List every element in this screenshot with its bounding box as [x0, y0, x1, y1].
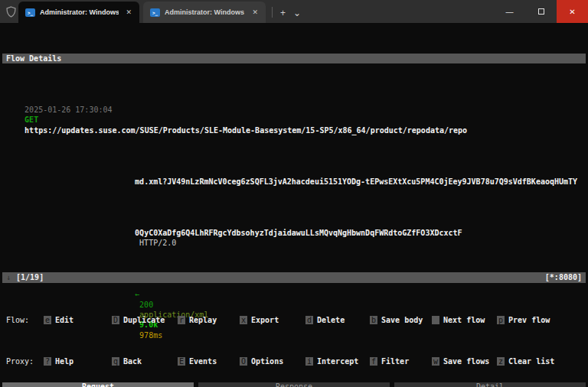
command-row-flow: Flow: eEdit DDuplicate rReplay xExport d…	[2, 315, 586, 326]
request-url-line-1: https://updates.suse.com/SUSE/Products/S…	[24, 126, 467, 135]
terminal-tab-1-title: Administrator: Windows Pow	[40, 8, 119, 16]
cmd-save-body[interactable]: bSave body	[370, 315, 432, 326]
cmd-filter[interactable]: fFilter	[370, 356, 432, 367]
cmd-label: Delete	[317, 316, 345, 324]
status-bar: ↓[1/19] [*:8080]	[2, 272, 586, 283]
key-badge: p	[497, 316, 505, 324]
flow-details-title: Flow Details	[6, 54, 61, 63]
minimize-icon: —	[506, 8, 514, 16]
cmd-delete[interactable]: dDelete	[305, 315, 370, 326]
tabbar-divider	[272, 7, 273, 18]
request-line-2: md.xml?JV49nLzRmNcV0ceg6zSQFL3jvA2hacdeu…	[2, 166, 586, 197]
key-badge: _	[432, 316, 439, 324]
new-tab-button[interactable]: +	[280, 8, 286, 18]
flow-position: [1/19]	[16, 273, 44, 281]
key-badge: d	[305, 316, 313, 324]
request-url-line-3: 0QyC0XaDfg6Q4LhRFRgcYdbsohyzTdjaidawuLLs…	[135, 229, 462, 237]
request-method: GET	[24, 115, 38, 124]
cmd-replay[interactable]: rReplay	[178, 315, 240, 326]
proxy-listen-address: [*:8080]	[545, 272, 582, 283]
cmd-label: Next flow	[443, 316, 485, 324]
powershell-icon: >_	[150, 8, 160, 17]
cmd-options[interactable]: OOptions	[240, 356, 305, 367]
cmd-label: Events	[189, 357, 217, 366]
cmd-export[interactable]: xExport	[240, 315, 305, 326]
cmd-label: Help	[55, 357, 74, 366]
cmd-label: Export	[251, 316, 279, 324]
cmd-back[interactable]: qBack	[112, 356, 178, 367]
key-badge: r	[178, 316, 185, 324]
terminal-tab-1[interactable]: >_ Administrator: Windows Pow ✕	[18, 2, 139, 23]
minimize-button[interactable]: —	[494, 0, 525, 23]
cmd-prev-flow[interactable]: pPrev flow	[497, 315, 586, 326]
status-left: ↓[1/19]	[6, 272, 44, 283]
request-url-line-2: md.xml?JV49nLzRmNcV0ceg6zSQFL3jvA2hacdeu…	[135, 177, 577, 186]
close-icon: ✕	[569, 8, 575, 16]
key-badge: E	[178, 357, 185, 366]
cmd-label: Intercept	[317, 357, 358, 366]
cmd-label: Filter	[381, 357, 409, 366]
cmd-label: Options	[251, 357, 283, 366]
terminal-screen: Flow Details 2025-01-26 17:30:04 GET htt…	[0, 23, 588, 387]
key-badge: O	[240, 357, 247, 366]
cmd-label: Prev flow	[508, 316, 550, 324]
cmd-clear-list[interactable]: zClear list	[497, 356, 586, 367]
powershell-icon: >_	[25, 8, 35, 17]
cmd-next-flow[interactable]: _Next flow	[432, 315, 497, 326]
terminal-tab-2-title: Administrator: Windows Powe	[165, 8, 245, 16]
window-titlebar: >_ Administrator: Windows Pow ✕ >_ Admin…	[0, 0, 588, 23]
request-timestamp: 2025-01-26 17:30:04	[24, 106, 112, 114]
cmd-label: Save body	[381, 316, 423, 324]
cmd-intercept[interactable]: iIntercept	[305, 356, 370, 367]
mitmproxy-footer: ↓[1/19] [*:8080] Flow: eEdit DDuplicate …	[2, 252, 586, 387]
follow-arrow-icon: ↓	[6, 273, 11, 281]
cmd-edit[interactable]: eEdit	[44, 315, 112, 326]
admin-shield-icon	[5, 5, 17, 18]
tab-dropdown-button[interactable]: ⌄	[293, 8, 301, 18]
key-badge: i	[305, 357, 313, 366]
maximize-icon	[538, 8, 544, 15]
key-badge: D	[112, 316, 119, 324]
maximize-button[interactable]	[525, 0, 557, 23]
cmd-label: Clear list	[508, 357, 554, 366]
command-row-proxy: Proxy: ?Help qBack EEvents OOptions iInt…	[2, 356, 586, 367]
request-line-1: 2025-01-26 17:30:04 GET https://updates.…	[2, 94, 586, 145]
cmd-label: Save flows	[443, 357, 489, 366]
cmd-help[interactable]: ?Help	[44, 356, 112, 367]
key-badge: x	[240, 316, 247, 324]
http-version: HTTP/2.0	[139, 239, 176, 247]
key-badge: b	[370, 316, 377, 324]
flow-details-header: Flow Details	[2, 54, 586, 63]
terminal-tab-2[interactable]: >_ Administrator: Windows Powe ✕	[143, 2, 266, 23]
key-badge: ?	[44, 357, 51, 366]
tab-close-icon[interactable]: ✕	[250, 8, 260, 17]
key-badge: f	[370, 357, 377, 366]
cmd-label: Replay	[189, 316, 217, 324]
cmd-duplicate[interactable]: DDuplicate	[112, 315, 178, 326]
key-badge: e	[44, 316, 51, 324]
tab-close-icon[interactable]: ✕	[123, 8, 134, 17]
command-row-label: Proxy:	[6, 356, 44, 367]
close-button[interactable]: ✕	[557, 0, 588, 23]
cmd-events[interactable]: EEvents	[178, 356, 240, 367]
key-badge: q	[112, 357, 119, 366]
command-row-label: Flow:	[6, 315, 44, 326]
cmd-save-flows[interactable]: wSave flows	[432, 356, 497, 367]
key-badge: z	[497, 357, 505, 366]
window-controls: — ✕	[494, 0, 588, 23]
cmd-label: Duplicate	[123, 316, 165, 324]
cmd-label: Back	[123, 357, 142, 366]
cmd-label: Edit	[55, 316, 74, 324]
key-badge: w	[432, 357, 439, 366]
